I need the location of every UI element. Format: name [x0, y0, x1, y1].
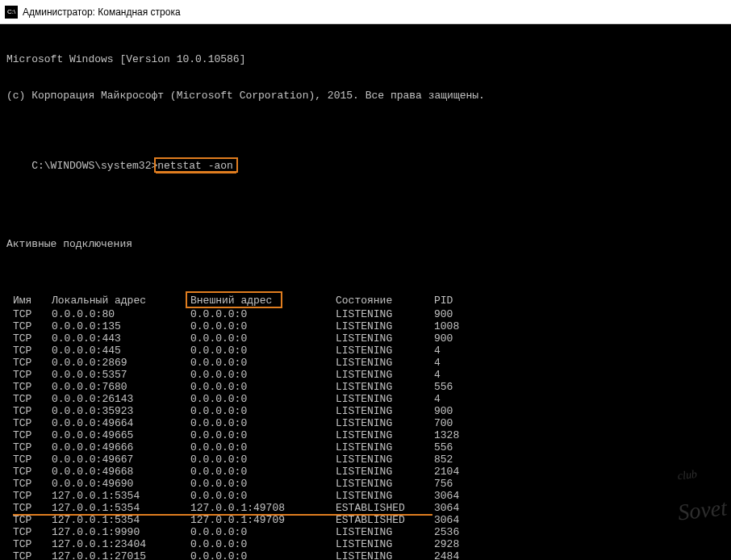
cell-foreign: 0.0.0.0:0: [190, 369, 336, 381]
cell-pid: 4: [434, 357, 491, 369]
col-header-pid: PID: [434, 295, 491, 307]
cell-local: 0.0.0.0:2869: [52, 357, 190, 369]
cell-local: 0.0.0.0:49664: [52, 417, 190, 429]
cell-proto: TCP: [6, 369, 52, 381]
cell-foreign: 0.0.0.0:0: [190, 550, 336, 560]
cell-proto: TCP: [6, 502, 52, 514]
cell-pid: 4: [434, 393, 491, 405]
cell-local: 127.0.0.1:5354: [52, 514, 190, 526]
cell-proto: TCP: [6, 478, 52, 490]
cell-foreign: 0.0.0.0:0: [190, 332, 336, 345]
cell-state: LISTENING: [336, 466, 434, 478]
banner-line-2: (с) Корпорация Майкрософт (Microsoft Cor…: [6, 90, 725, 102]
cell-proto: TCP: [6, 538, 52, 550]
cell-pid: 1328: [434, 429, 491, 441]
cell-state: LISTENING: [336, 393, 434, 405]
console-area[interactable]: Microsoft Windows [Version 10.0.10586] (…: [0, 24, 731, 560]
cell-foreign: 0.0.0.0:0: [190, 538, 336, 550]
col-header-proto: Имя: [6, 295, 52, 307]
cell-state: LISTENING: [336, 550, 434, 560]
table-row: TCP127.0.0.1:234040.0.0.0:0LISTENING2928: [6, 538, 725, 550]
table-row: TCP0.0.0.0:4450.0.0.0:0LISTENING4: [6, 345, 725, 357]
cell-local: 127.0.0.1:5354: [52, 502, 190, 514]
table-row: TCP127.0.0.1:99900.0.0.0:0LISTENING2536: [6, 526, 725, 538]
cell-state: LISTENING: [336, 453, 434, 466]
table-row: TCP0.0.0.0:496650.0.0.0:0LISTENING1328: [6, 429, 725, 441]
section-title: Активные подключения: [6, 238, 725, 250]
cell-local: 0.0.0.0:26143: [52, 393, 190, 405]
cell-state: LISTENING: [336, 320, 434, 332]
cell-local: 0.0.0.0:445: [52, 345, 190, 357]
table-row: TCP0.0.0.0:261430.0.0.0:0LISTENING4: [6, 393, 725, 405]
cell-pid: 3064: [434, 514, 491, 526]
prompt-command: netstat -aon: [157, 160, 233, 172]
cell-state: LISTENING: [336, 429, 434, 441]
cell-pid: 4: [434, 369, 491, 381]
cell-foreign: 0.0.0.0:0: [190, 417, 336, 429]
cell-proto: TCP: [6, 490, 52, 502]
cell-proto: TCP: [6, 405, 52, 417]
cell-foreign: 0.0.0.0:0: [190, 320, 336, 332]
cell-foreign: 0.0.0.0:0: [190, 393, 336, 405]
table-row: TCP0.0.0.0:496640.0.0.0:0LISTENING700: [6, 417, 725, 429]
cell-state: LISTENING: [336, 405, 434, 417]
cell-foreign: 0.0.0.0:0: [190, 466, 336, 478]
cell-local: 127.0.0.1:23404: [52, 538, 190, 550]
cell-pid: 756: [434, 478, 491, 490]
table-row: TCP0.0.0.0:53570.0.0.0:0LISTENING4: [6, 369, 725, 381]
cell-local: 0.0.0.0:135: [52, 320, 190, 332]
table-row: TCP0.0.0.0:496660.0.0.0:0LISTENING556: [6, 441, 725, 453]
cell-pid: 1008: [434, 320, 491, 332]
cell-proto: TCP: [6, 453, 52, 466]
cell-state: LISTENING: [336, 332, 434, 345]
col-header-foreign: Внешний адрес: [190, 295, 336, 307]
col-header-state: Состояние: [336, 295, 434, 307]
cell-foreign: 127.0.0.1:49709: [190, 514, 336, 526]
cell-foreign: 0.0.0.0:0: [190, 405, 336, 417]
cell-foreign: 0.0.0.0:0: [190, 453, 336, 466]
cell-proto: TCP: [6, 417, 52, 429]
window-titlebar[interactable]: C:\ Администратор: Командная строка: [0, 0, 731, 24]
cell-state: LISTENING: [336, 381, 434, 393]
cell-foreign: 127.0.0.1:49708: [190, 502, 336, 514]
cell-local: 0.0.0.0:7680: [52, 381, 190, 393]
table-row: TCP127.0.0.1:270150.0.0.0:0LISTENING2484: [6, 550, 725, 560]
cell-proto: TCP: [6, 526, 52, 538]
table-row: TCP0.0.0.0:4430.0.0.0:0LISTENING900: [6, 332, 725, 345]
cell-pid: 900: [434, 405, 491, 417]
cell-foreign: 0.0.0.0:0: [190, 441, 336, 453]
cell-state: LISTENING: [336, 441, 434, 453]
cell-proto: TCP: [6, 429, 52, 441]
cell-local: 0.0.0.0:49667: [52, 453, 190, 466]
cell-foreign: 0.0.0.0:0: [190, 478, 336, 490]
cell-proto: TCP: [6, 466, 52, 478]
cell-proto: TCP: [6, 357, 52, 369]
table-row: TCP0.0.0.0:496680.0.0.0:0LISTENING2104: [6, 466, 725, 478]
cell-proto: TCP: [6, 332, 52, 345]
cell-local: 127.0.0.1:9990: [52, 526, 190, 538]
cell-state: LISTENING: [336, 308, 434, 320]
cell-proto: TCP: [6, 393, 52, 405]
cell-local: 0.0.0.0:49666: [52, 441, 190, 453]
table-row: TCP0.0.0.0:359230.0.0.0:0LISTENING900: [6, 405, 725, 417]
cell-state: LISTENING: [336, 526, 434, 538]
table-row: TCP127.0.0.1:53540.0.0.0:0LISTENING3064: [6, 490, 725, 502]
table-header-row: ИмяЛокальный адресВнешний адресСостояние…: [6, 295, 725, 307]
cell-foreign: 0.0.0.0:0: [190, 345, 336, 357]
banner-line-1: Microsoft Windows [Version 10.0.10586]: [6, 53, 725, 65]
cell-pid: 2104: [434, 466, 491, 478]
window-title: Администратор: Командная строка: [23, 6, 181, 18]
cell-local: 0.0.0.0:49690: [52, 478, 190, 490]
cell-local: 0.0.0.0:443: [52, 332, 190, 345]
cell-pid: 4: [434, 345, 491, 357]
cell-state: ESTABLISHED: [336, 514, 434, 526]
col-header-local: Локальный адрес: [52, 295, 190, 307]
cell-pid: 2928: [434, 538, 491, 550]
cell-local: 127.0.0.1:5354: [52, 490, 190, 502]
table-row: TCP0.0.0.0:800.0.0.0:0LISTENING900: [6, 308, 725, 320]
cell-pid: 900: [434, 332, 491, 345]
cell-foreign: 0.0.0.0:0: [190, 357, 336, 369]
table-row: TCP0.0.0.0:28690.0.0.0:0LISTENING4: [6, 357, 725, 369]
cell-pid: 556: [434, 381, 491, 393]
cell-state: LISTENING: [336, 369, 434, 381]
